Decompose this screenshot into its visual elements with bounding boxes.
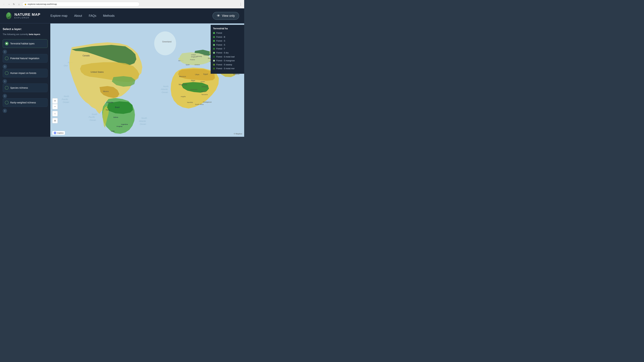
layer-potential[interactable]: Potential Natural Vegetation <box>3 54 48 63</box>
layer-terrestrial[interactable]: Terrestrial habitat types <box>3 39 48 48</box>
legend-label-0: Forest <box>216 32 222 34</box>
svg-text:Brazil: Brazil <box>115 106 120 108</box>
legend-item-5: Forest - S dry <box>213 52 242 54</box>
legend-label-9: Forest - S moist mor <box>216 67 234 70</box>
svg-text:Uruguay: Uruguay <box>116 125 122 127</box>
svg-text:Greenland: Greenland <box>162 40 172 43</box>
logo-icon <box>5 12 12 19</box>
radio-rarity <box>5 101 8 104</box>
svg-text:Mexico: Mexico <box>103 90 109 92</box>
svg-text:North: North <box>64 95 69 97</box>
legend-dot-9 <box>213 67 215 69</box>
svg-text:Kingdom: Kingdom <box>191 56 197 58</box>
layers-button[interactable]: ≡ <box>52 118 58 123</box>
info-terrestrial[interactable]: i <box>3 50 7 54</box>
nav-methods[interactable]: Methods <box>103 14 114 17</box>
radio-terrestrial <box>5 42 8 45</box>
svg-text:Namibia: Namibia <box>187 101 193 103</box>
legend-dot-6 <box>213 56 215 58</box>
svg-text:Oman: Oman <box>200 81 205 82</box>
browser-chrome: ← → ↻ ⌂ 🔒 explorer.naturemap.earth/map ⋮ <box>0 0 244 8</box>
reload-button[interactable]: ↻ <box>12 2 16 6</box>
svg-text:Morocco: Morocco <box>179 75 186 77</box>
logo-title: NATURE MAP <box>14 12 40 16</box>
info-human-impact[interactable]: i <box>3 79 7 83</box>
zoom-out-button[interactable]: − <box>52 104 58 109</box>
info-rarity[interactable]: i <box>3 109 7 113</box>
svg-text:Egypt: Egypt <box>203 73 208 75</box>
layer-species[interactable]: Species richness <box>3 83 48 92</box>
mapbox-credit: © Mapbox <box>234 133 242 135</box>
subtitle-normal: The following are currently <box>3 33 29 35</box>
nav-faqs[interactable]: FAQs <box>89 14 96 17</box>
svg-text:North: North <box>163 85 168 88</box>
svg-text:Angola: Angola <box>180 95 186 97</box>
address-bar: 🔒 explorer.naturemap.earth/map <box>22 2 140 6</box>
svg-text:Colombia: Colombia <box>106 101 113 103</box>
mapbox-text: mapbox <box>57 132 64 134</box>
legend-dot-5 <box>213 52 215 54</box>
home-button[interactable]: ⌂ <box>17 2 21 6</box>
svg-text:South: South <box>92 113 97 115</box>
legend-label-8: Forest - S swamp <box>216 63 232 66</box>
svg-text:United: United <box>191 54 196 56</box>
layer-potential-label: Potential Natural Vegetation <box>10 57 46 60</box>
svg-text:Ethiopia: Ethiopia <box>202 86 208 87</box>
legend-dot-7 <box>213 60 215 62</box>
eye-icon: 👁 <box>217 14 220 18</box>
svg-text:Argentina: Argentina <box>121 123 128 125</box>
layer-human-impact[interactable]: Human impact on forests <box>3 69 48 77</box>
svg-point-64 <box>54 132 56 133</box>
svg-point-2 <box>6 13 9 17</box>
radio-human-impact <box>5 71 8 75</box>
svg-text:Ocean: Ocean <box>90 119 96 121</box>
info-potential[interactable]: i <box>3 64 7 69</box>
svg-text:United States: United States <box>90 71 104 73</box>
svg-point-3 <box>8 17 10 18</box>
svg-text:Niger: Niger <box>191 79 196 81</box>
reset-bearing-button[interactable]: ↑ <box>52 111 58 116</box>
svg-text:Chile: Chile <box>111 130 115 132</box>
layer-species-label: Species richness <box>10 86 46 89</box>
legend-item-7: Forest - S mangrove <box>213 59 242 62</box>
map-controls: + − ↑ ≡ <box>52 98 58 123</box>
legend-item-0: Forest <box>213 32 242 34</box>
back-button[interactable]: ← <box>2 2 6 6</box>
view-only-label: View only <box>222 14 235 17</box>
layer-rarity[interactable]: Rarity-weighted richness <box>3 98 48 107</box>
forward-button[interactable]: → <box>7 2 11 6</box>
legend-item-6: Forest - S moist lowl <box>213 56 242 58</box>
subtitle-bold: beta layers <box>29 33 40 35</box>
legend-label-2: Forest - S <box>216 40 225 42</box>
nav-about[interactable]: About <box>74 14 82 17</box>
radio-species <box>5 86 8 90</box>
logo-text: NATURE MAP EXPLORER <box>14 12 40 19</box>
legend-dot-8 <box>213 64 215 66</box>
svg-text:Ocean: Ocean <box>140 123 146 125</box>
svg-text:Cameroon: Cameroon <box>190 88 198 90</box>
nav-explore-map[interactable]: Explore map <box>50 14 68 17</box>
svg-text:Ocean: Ocean <box>63 101 69 103</box>
sidebar-title: Select a layer: <box>3 27 48 31</box>
sidebar-subtitle: The following are currently beta layers <box>3 33 48 36</box>
map-container[interactable]: Arctic Oce North Pacific Ocean South Pac… <box>50 23 244 137</box>
legend-title: Terrestrial ha <box>213 27 242 30</box>
info-species[interactable]: i <box>3 94 7 98</box>
mapbox-icon <box>54 132 56 134</box>
browser-menu-button[interactable]: ⋮ <box>239 2 242 6</box>
svg-text:Libya: Libya <box>195 73 200 75</box>
svg-text:Tanzania: Tanzania <box>202 93 208 95</box>
lock-icon: 🔒 <box>24 3 27 5</box>
svg-text:Norway: Norway <box>196 55 202 57</box>
svg-text:South Africa: South Africa <box>195 103 204 105</box>
view-only-button[interactable]: 👁 View only <box>212 12 239 20</box>
svg-text:Pacific: Pacific <box>62 98 68 100</box>
legend-item-3: Forest - S <box>213 44 242 46</box>
logo-area[interactable]: NATURE MAP EXPLORER <box>5 12 40 19</box>
url-text: explorer.naturemap.earth/map <box>28 3 57 5</box>
legend-label-3: Forest - S <box>216 44 225 46</box>
zoom-in-button[interactable]: + <box>52 98 58 104</box>
svg-text:Mauritania: Mauritania <box>178 83 187 85</box>
radio-potential <box>5 56 8 60</box>
legend-dot-1 <box>213 36 215 38</box>
